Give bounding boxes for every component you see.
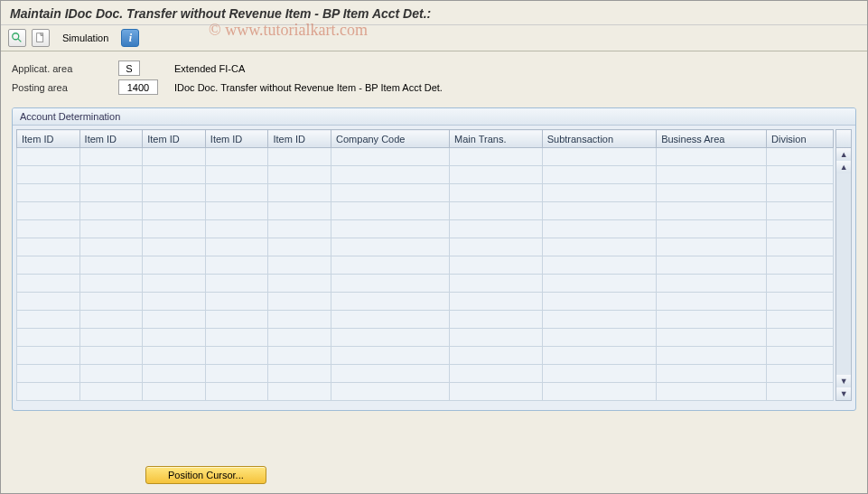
table-cell[interactable] (331, 311, 450, 329)
table-cell[interactable] (143, 184, 206, 202)
table-cell[interactable] (331, 365, 450, 383)
info-button[interactable]: i (121, 29, 139, 47)
table-cell[interactable] (205, 329, 268, 347)
table-cell[interactable] (268, 166, 331, 184)
table-cell[interactable] (450, 220, 543, 238)
table-cell[interactable] (268, 256, 331, 275)
table-cell[interactable] (17, 238, 80, 256)
table-cell[interactable] (331, 238, 450, 256)
table-cell[interactable] (331, 148, 450, 166)
table-cell[interactable] (205, 220, 268, 238)
table-cell[interactable] (657, 365, 767, 383)
table-cell[interactable] (268, 238, 331, 256)
column-header[interactable]: Division (767, 130, 834, 148)
table-cell[interactable] (143, 148, 206, 166)
table-cell[interactable] (143, 311, 206, 329)
applicat-area-input[interactable] (118, 61, 140, 76)
scroll-down-button-2[interactable]: ▼ (836, 387, 851, 400)
table-cell[interactable] (331, 256, 450, 275)
table-cell[interactable] (767, 311, 834, 329)
table-cell[interactable] (767, 329, 834, 347)
table-cell[interactable] (143, 238, 206, 256)
table-cell[interactable] (331, 202, 450, 220)
vertical-scrollbar[interactable]: ▲ ▲ ▼ ▼ (835, 129, 852, 401)
table-cell[interactable] (657, 275, 767, 293)
table-cell[interactable] (331, 184, 450, 202)
table-row[interactable] (17, 202, 834, 220)
table-cell[interactable] (450, 383, 543, 401)
table-cell[interactable] (205, 311, 268, 329)
table-cell[interactable] (79, 166, 143, 184)
table-cell[interactable] (767, 275, 834, 293)
table-cell[interactable] (542, 202, 656, 220)
table-cell[interactable] (205, 202, 268, 220)
table-cell[interactable] (79, 293, 143, 311)
table-cell[interactable] (767, 202, 834, 220)
table-cell[interactable] (450, 275, 543, 293)
table-cell[interactable] (657, 166, 767, 184)
table-row[interactable] (17, 166, 834, 184)
table-cell[interactable] (450, 293, 543, 311)
table-cell[interactable] (657, 293, 767, 311)
column-header[interactable]: Main Trans. (450, 130, 543, 148)
table-cell[interactable] (542, 329, 656, 347)
column-header[interactable]: Item ID (79, 130, 143, 148)
table-cell[interactable] (17, 329, 80, 347)
column-header[interactable]: Item ID (143, 130, 206, 148)
table-cell[interactable] (657, 202, 767, 220)
table-cell[interactable] (542, 347, 656, 365)
table-cell[interactable] (205, 256, 268, 275)
column-header[interactable]: Company Code (331, 130, 450, 148)
table-cell[interactable] (79, 347, 143, 365)
table-cell[interactable] (268, 311, 331, 329)
table-cell[interactable] (767, 220, 834, 238)
table-cell[interactable] (268, 365, 331, 383)
table-row[interactable] (17, 329, 834, 347)
column-header[interactable]: Item ID (17, 130, 80, 148)
table-cell[interactable] (205, 293, 268, 311)
table-cell[interactable] (767, 256, 834, 275)
table-cell[interactable] (767, 184, 834, 202)
table-cell[interactable] (450, 311, 543, 329)
position-cursor-button[interactable]: Position Cursor... (145, 466, 266, 484)
table-row[interactable] (17, 365, 834, 383)
table-cell[interactable] (767, 148, 834, 166)
table-cell[interactable] (17, 256, 80, 275)
table-cell[interactable] (143, 275, 206, 293)
table-cell[interactable] (331, 166, 450, 184)
table-cell[interactable] (542, 166, 656, 184)
table-cell[interactable] (17, 166, 80, 184)
account-determination-table[interactable]: Item IDItem IDItem IDItem IDItem IDCompa… (16, 129, 834, 401)
table-cell[interactable] (79, 148, 143, 166)
table-cell[interactable] (143, 329, 206, 347)
column-header[interactable]: Subtransaction (542, 130, 656, 148)
column-header[interactable]: Business Area (657, 130, 767, 148)
table-cell[interactable] (268, 202, 331, 220)
posting-area-input[interactable] (118, 79, 158, 95)
table-row[interactable] (17, 311, 834, 329)
table-cell[interactable] (79, 329, 143, 347)
new-button[interactable] (32, 29, 50, 47)
table-cell[interactable] (79, 275, 143, 293)
table-cell[interactable] (657, 347, 767, 365)
table-cell[interactable] (767, 293, 834, 311)
table-cell[interactable] (657, 256, 767, 275)
table-cell[interactable] (331, 383, 450, 401)
table-cell[interactable] (331, 275, 450, 293)
table-cell[interactable] (450, 202, 543, 220)
table-cell[interactable] (450, 184, 543, 202)
table-cell[interactable] (542, 383, 656, 401)
table-cell[interactable] (331, 347, 450, 365)
table-cell[interactable] (657, 383, 767, 401)
table-row[interactable] (17, 293, 834, 311)
table-cell[interactable] (767, 383, 834, 401)
table-cell[interactable] (542, 238, 656, 256)
table-cell[interactable] (79, 383, 143, 401)
table-cell[interactable] (205, 148, 268, 166)
table-cell[interactable] (657, 148, 767, 166)
table-cell[interactable] (17, 347, 80, 365)
column-header[interactable]: Item ID (268, 130, 331, 148)
table-cell[interactable] (143, 220, 206, 238)
table-cell[interactable] (268, 148, 331, 166)
table-cell[interactable] (268, 329, 331, 347)
